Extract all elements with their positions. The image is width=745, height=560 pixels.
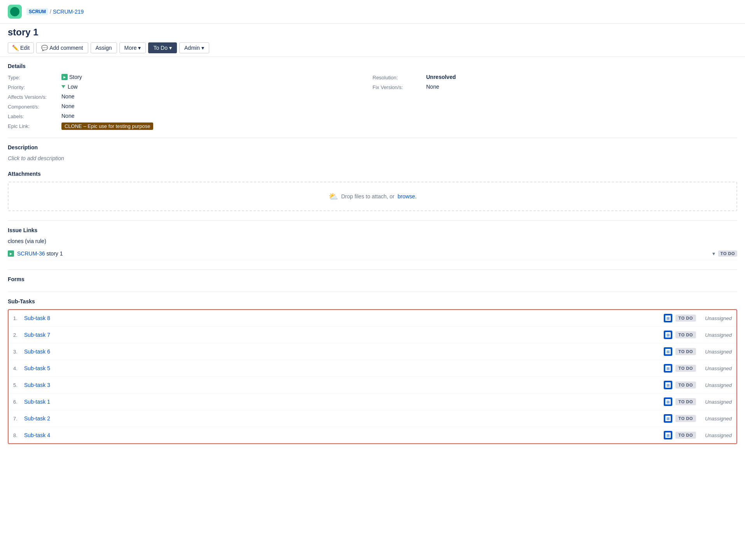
subtask-link[interactable]: Sub-task 3 — [24, 382, 50, 388]
linked-issue-key[interactable]: SCRUM-36 — [17, 250, 45, 257]
admin-button[interactable]: Admin ▾ — [179, 42, 209, 53]
subtask-number: 2. — [13, 332, 24, 338]
edit-icon: ✏️ — [12, 45, 19, 51]
subtask-row: 2. Sub-task 7 TO DO Unassigned — [9, 327, 736, 343]
breadcrumb-scrum[interactable]: SCRUM — [26, 8, 48, 15]
divider-2 — [8, 220, 737, 221]
subtask-status-badge: TO DO — [675, 365, 696, 372]
priority-label: Priority: — [8, 84, 58, 90]
subtask-assignee: Unassigned — [701, 315, 732, 321]
issue-links-section: Issue Links clones (via rule) SCRUM-36 s… — [8, 227, 737, 260]
subtask-number: 7. — [13, 416, 24, 422]
subtask-link[interactable]: Sub-task 7 — [24, 332, 50, 338]
subtask-link[interactable]: Sub-task 5 — [24, 365, 50, 371]
type-label: Type: — [8, 74, 58, 80]
subtask-type-icon — [664, 347, 672, 356]
affects-version-label: Affects Version/s: — [8, 93, 58, 100]
type-value: Story — [61, 74, 82, 80]
epic-link-label: Epic Link: — [8, 122, 58, 129]
subtasks-title: Sub-Tasks — [8, 298, 737, 304]
type-row: Type: Story — [8, 74, 372, 80]
subtask-link[interactable]: Sub-task 6 — [24, 348, 50, 355]
subtask-type-icon — [664, 431, 672, 439]
affects-version-value: None — [61, 93, 74, 100]
subtask-link[interactable]: Sub-task 4 — [24, 432, 50, 438]
components-value: None — [61, 103, 74, 109]
breadcrumb-separator: / — [50, 9, 51, 15]
subtask-type-icon — [664, 414, 672, 423]
subtask-link[interactable]: Sub-task 8 — [24, 315, 50, 321]
subtask-row: 7. Sub-task 2 TO DO Unassigned — [9, 410, 736, 427]
subtask-list: 1. Sub-task 8 TO DO Unassigned 2. Sub-ta… — [8, 309, 737, 444]
chevron-down-icon: ▾ — [169, 45, 172, 51]
add-comment-button[interactable]: 💬 Add comment — [36, 42, 88, 53]
attachments-drop-text: ⛅ Drop files to attach, or browse. — [18, 192, 727, 201]
fix-version-label: Fix Version/s: — [372, 84, 423, 90]
chevron-down-icon: ▾ — [712, 250, 715, 257]
issue-title: story 1 — [0, 24, 745, 39]
todo-label: To Do — [153, 45, 168, 51]
main-content: Details Type: Story Priority: Low — [0, 57, 745, 460]
subtasks-section: Sub-Tasks 1. Sub-task 8 TO DO Unassigned… — [8, 298, 737, 444]
linked-issue-row: SCRUM-36 story 1 ▾ TO DO — [8, 247, 737, 260]
story-icon — [8, 250, 14, 257]
epic-link-value[interactable]: CLONE – Epic use for testing purpose — [61, 122, 153, 130]
browse-link[interactable]: browse. — [397, 193, 416, 200]
linked-issue-status-badge: TO DO — [718, 250, 737, 257]
subtask-link[interactable]: Sub-task 2 — [24, 415, 50, 422]
fix-version-value: None — [426, 84, 439, 90]
subtask-type-icon — [664, 314, 672, 322]
chevron-down-icon: ▾ — [138, 45, 141, 51]
edit-label: Edit — [20, 45, 30, 51]
resolution-value: Unresolved — [426, 74, 456, 80]
more-button[interactable]: More ▾ — [119, 42, 146, 53]
assign-button[interactable]: Assign — [91, 42, 117, 53]
subtask-row: 6. Sub-task 1 TO DO Unassigned — [9, 394, 736, 410]
epic-link-row: Epic Link: CLONE – Epic use for testing … — [8, 122, 372, 130]
epic-link-badge[interactable]: CLONE – Epic use for testing purpose — [61, 122, 153, 130]
subtask-assignee: Unassigned — [701, 332, 732, 338]
more-label: More — [124, 45, 137, 51]
subtask-assignee: Unassigned — [701, 399, 732, 405]
linked-issue-title: story 1 — [46, 250, 63, 257]
attachments-drop-zone[interactable]: ⛅ Drop files to attach, or browse. — [8, 182, 737, 211]
divider-4 — [8, 292, 737, 292]
issue-links-title: Issue Links — [8, 227, 737, 233]
edit-button[interactable]: ✏️ Edit — [8, 42, 34, 53]
subtask-status-badge: TO DO — [675, 331, 696, 338]
comment-icon: 💬 — [41, 45, 48, 51]
description-placeholder[interactable]: Click to add description — [8, 155, 737, 161]
subtask-type-icon — [664, 364, 672, 373]
chevron-down-icon: ▾ — [201, 45, 204, 51]
affects-version-row: Affects Version/s: None — [8, 93, 372, 100]
details-left: Type: Story Priority: Low Affects Versio… — [8, 74, 372, 130]
breadcrumb-issue[interactable]: SCRUM-219 — [53, 9, 84, 15]
attachments-title: Attachments — [8, 171, 737, 177]
breadcrumb: SCRUM / SCRUM-219 — [26, 8, 84, 15]
subtask-status-badge: TO DO — [675, 348, 696, 355]
description-section: Description Click to add description — [8, 144, 737, 161]
subtask-assignee: Unassigned — [701, 382, 732, 388]
subtask-assignee: Unassigned — [701, 366, 732, 371]
subtask-number: 3. — [13, 349, 24, 355]
subtask-row: 5. Sub-task 3 TO DO Unassigned — [9, 377, 736, 394]
divider-3 — [8, 270, 737, 270]
drop-text: Drop files to attach, or — [341, 193, 395, 200]
page-header: SCRUM / SCRUM-219 — [0, 0, 745, 24]
subtask-status-badge: TO DO — [675, 398, 696, 405]
subtask-row: 3. Sub-task 6 TO DO Unassigned — [9, 343, 736, 360]
components-row: Component/s: None — [8, 103, 372, 110]
admin-label: Admin — [184, 45, 200, 51]
details-right: Resolution: Unresolved Fix Version/s: No… — [372, 74, 737, 130]
subtask-link[interactable]: Sub-task 1 — [24, 399, 50, 405]
toolbar: ✏️ Edit 💬 Add comment Assign More ▾ To D… — [0, 39, 745, 57]
labels-value: None — [61, 113, 74, 119]
subtask-row: 4. Sub-task 5 TO DO Unassigned — [9, 360, 736, 377]
resolution-label: Resolution: — [372, 74, 423, 80]
todo-button[interactable]: To Do ▾ — [148, 42, 177, 53]
subtask-assignee: Unassigned — [701, 416, 732, 422]
priority-value: Low — [61, 84, 78, 90]
priority-icon — [61, 85, 65, 88]
subtask-status-badge: TO DO — [675, 382, 696, 388]
fix-version-row: Fix Version/s: None — [372, 84, 737, 90]
